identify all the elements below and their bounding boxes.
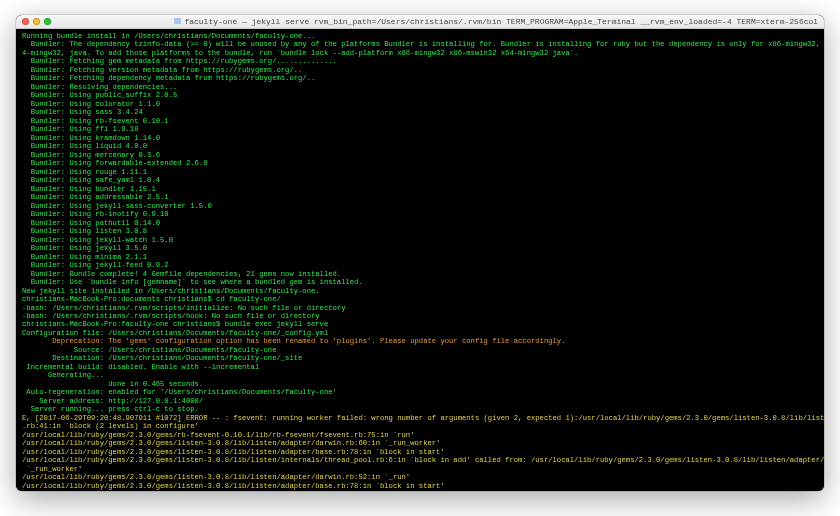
terminal-line: christians-MacBook-Pro:documents christi… xyxy=(22,295,818,303)
terminal-line: Bundler: Using rouge 1.11.1 xyxy=(22,168,818,176)
terminal-line: /usr/local/lib/ruby/gems/2.3.0/gems/list… xyxy=(22,490,818,491)
terminal-line: Bundler: Resolving dependencies... xyxy=(22,83,818,91)
terminal-line: christians-MacBook-Pro:faculty-one chris… xyxy=(22,320,818,328)
terminal-line: Bundler: Using kramdown 1.14.0 xyxy=(22,134,818,142)
terminal-line: Running bundle install in /Users/christi… xyxy=(22,32,818,40)
terminal-line: Bundler: Using pathutil 0.14.0 xyxy=(22,219,818,227)
terminal-line: Incremental build: disabled. Enable with… xyxy=(22,363,818,371)
terminal-line: Bundler: Fetching version metadata from … xyxy=(22,66,818,74)
terminal-line: Bundler: Using liquid 4.0.0 xyxy=(22,142,818,150)
close-icon[interactable] xyxy=(22,18,29,25)
terminal-line: Bundler: Using sass 3.4.24 xyxy=(22,108,818,116)
terminal-line: E, [2017-06-29T09:20:48.907911 #1072] ER… xyxy=(22,414,818,422)
terminal-line: done in 0.465 seconds. xyxy=(22,380,818,388)
window-title: faculty-one — jekyll serve rvm_bin_path=… xyxy=(184,17,818,26)
terminal-line: /usr/local/lib/ruby/gems/2.3.0/gems/list… xyxy=(22,456,818,464)
terminal-line: Bundler: Using rb-inotify 0.9.10 xyxy=(22,210,818,218)
maximize-icon[interactable] xyxy=(44,18,51,25)
terminal-line: Bundler: Using forwardable-extended 2.6.… xyxy=(22,159,818,167)
terminal-line: /usr/local/lib/ruby/gems/2.3.0/gems/list… xyxy=(22,439,818,447)
terminal-line: Bundler: Fetching gem metadata from http… xyxy=(22,57,818,65)
terminal-line: Bundler: Bundle complete! 4 Gemfile depe… xyxy=(22,270,818,278)
terminal-line: Bundler: Fetching dependency metadata fr… xyxy=(22,74,818,82)
terminal-line: Configuration file: /Users/christians/Do… xyxy=(22,329,818,337)
terminal-line: Bundler: Using addressable 2.5.1 xyxy=(22,193,818,201)
titlebar[interactable]: faculty-one — jekyll serve rvm_bin_path=… xyxy=(16,15,824,29)
traffic-lights xyxy=(22,18,51,25)
terminal-line: Bundler: Using jekyll-watch 1.5.0 xyxy=(22,236,818,244)
terminal-line: /usr/local/lib/ruby/gems/2.3.0/gems/list… xyxy=(22,473,818,481)
terminal-line: Bundler: Using jekyll-feed 0.9.2 xyxy=(22,261,818,269)
terminal-line: /usr/local/lib/ruby/gems/2.3.0/gems/list… xyxy=(22,482,818,490)
terminal-line: Bundler: Using jekyll 3.5.0 xyxy=(22,244,818,252)
folder-icon xyxy=(174,18,181,24)
terminal-line: 4-mingw32, java. To add those platforms … xyxy=(22,49,818,57)
terminal-line: Server address: http://127.0.0.1:4000/ xyxy=(22,397,818,405)
terminal-line: Bundler: Using minima 2.1.1 xyxy=(22,253,818,261)
terminal-line: Bundler: Using mercenary 0.3.6 xyxy=(22,151,818,159)
terminal-line: Auto-regeneration: enabled for '/Users/c… xyxy=(22,388,818,396)
terminal-line: New jekyll site installed in /Users/chri… xyxy=(22,287,818,295)
terminal-window: faculty-one — jekyll serve rvm_bin_path=… xyxy=(16,15,824,491)
terminal-line: Generating... xyxy=(22,371,818,379)
terminal-line: Bundler: Using listen 3.0.8 xyxy=(22,227,818,235)
terminal-body[interactable]: Running bundle install in /Users/christi… xyxy=(16,29,824,491)
terminal-line: Bundler: Using jekyll-sass-converter 1.5… xyxy=(22,202,818,210)
terminal-line: Bundler: The dependency tzinfo-data (>= … xyxy=(22,40,818,48)
terminal-line: `_run_worker' xyxy=(22,465,818,473)
terminal-line: Bundler: Using colorator 1.1.0 xyxy=(22,100,818,108)
minimize-icon[interactable] xyxy=(33,18,40,25)
terminal-line: Bundler: Using public_suffix 2.0.5 xyxy=(22,91,818,99)
terminal-line: -bash: /Users/christians/.rvm/scripts/in… xyxy=(22,304,818,312)
terminal-line: /usr/local/lib/ruby/gems/2.3.0/gems/list… xyxy=(22,448,818,456)
terminal-line: -bash: /Users/christians/.rvm/scripts/ho… xyxy=(22,312,818,320)
terminal-line: Bundler: Using rb-fsevent 0.10.1 xyxy=(22,117,818,125)
terminal-line: Source: /Users/christians/Documents/facu… xyxy=(22,346,818,354)
terminal-line: Bundler: Using ffi 1.9.18 xyxy=(22,125,818,133)
terminal-line: /usr/local/lib/ruby/gems/2.3.0/gems/rb-f… xyxy=(22,431,818,439)
terminal-line: Bundler: Using safe_yaml 1.0.4 xyxy=(22,176,818,184)
terminal-line: .rb:41:in `block (2 levels) in configure… xyxy=(22,422,818,430)
terminal-line: Deprecation: The 'gems' configuration op… xyxy=(22,337,818,345)
terminal-line: Server running... press ctrl-c to stop. xyxy=(22,405,818,413)
terminal-line: Bundler: Using bundler 1.15.1 xyxy=(22,185,818,193)
terminal-line: Destination: /Users/christians/Documents… xyxy=(22,354,818,362)
terminal-line: Bundler: Use `bundle info [gemname]` to … xyxy=(22,278,818,286)
